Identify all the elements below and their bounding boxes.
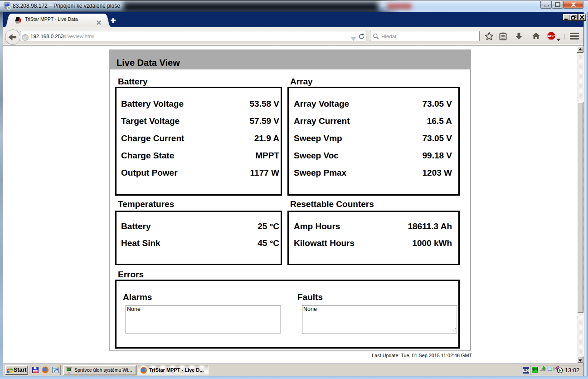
svg-text:ABP: ABP: [548, 34, 555, 38]
